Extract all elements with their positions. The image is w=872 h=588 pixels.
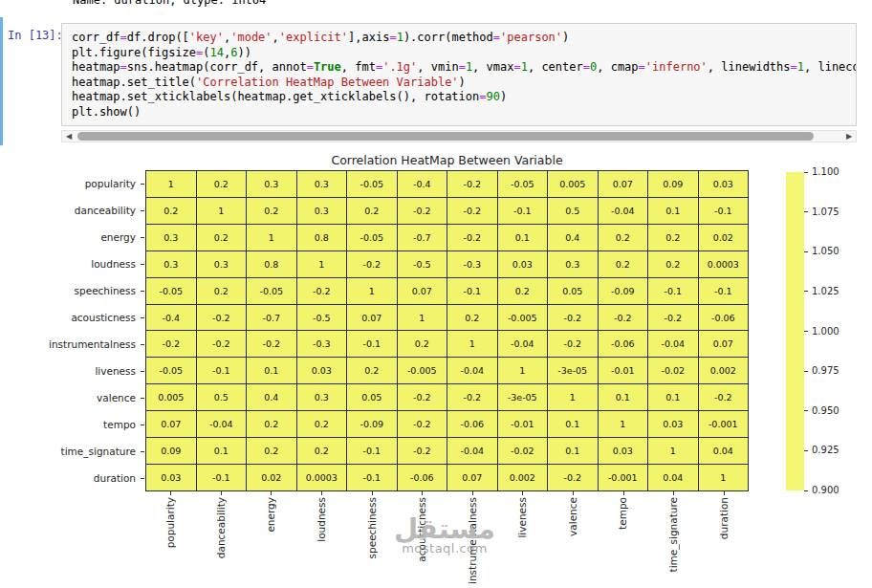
y-axis-tick: [141, 317, 144, 318]
heatmap-cell: -0.5: [297, 305, 347, 331]
heatmap-cell: -0.1: [699, 198, 749, 224]
colorbar-tick: [804, 251, 808, 252]
heatmap-cell: -0.2: [447, 198, 497, 224]
heatmap-cell: 1: [247, 225, 296, 250]
heatmap-cell: 0.002: [498, 465, 548, 490]
colorbar-tick-label: 0.900: [812, 485, 839, 495]
x-tick-label: liveness: [516, 497, 528, 538]
y-tick-label: valence: [0, 384, 140, 411]
x-tick-label: tempo: [617, 497, 628, 530]
heatmap-cell: 0.5: [548, 198, 598, 224]
heatmap-cell: -0.09: [599, 278, 648, 304]
heatmap-cell: 1: [548, 384, 598, 410]
x-axis-tick: [724, 491, 725, 495]
notebook-page: Name: duration, dtype: int64 In [13]: co…: [0, 0, 872, 588]
code-line: plt.figure(figsize=(14,6)): [72, 46, 846, 61]
y-axis-tick: [141, 264, 144, 265]
heatmap-cell: 0.07: [347, 305, 397, 331]
colorbar-tick-label: 1.075: [812, 207, 839, 217]
heatmap-cell: 0.04: [648, 465, 698, 490]
heatmap-cell: 0.09: [648, 171, 698, 197]
heatmap-cell: 0.2: [297, 411, 347, 437]
heatmap-cell: -0.2: [146, 331, 196, 357]
heatmap-cell: -0.04: [498, 331, 548, 357]
y-tick-label: speechiness: [0, 277, 140, 304]
heatmap-cell: 1: [447, 331, 497, 357]
heatmap-cell: -0.04: [648, 331, 698, 357]
heatmap-cell: 0.2: [648, 251, 698, 277]
heatmap-cell: -0.2: [648, 305, 698, 331]
cell-output-text: Name: duration, dtype: int64: [73, 0, 266, 7]
heatmap-cell: -0.1: [197, 358, 247, 383]
y-axis-tick: [141, 291, 144, 292]
x-axis-tick: [321, 491, 322, 495]
heatmap-cell: 0.2: [498, 278, 548, 304]
heatmap-cell: -0.05: [146, 358, 196, 383]
heatmap-cell: 0.3: [146, 251, 196, 277]
y-tick-label: acousticness: [0, 304, 140, 331]
colorbar-tick: [804, 172, 808, 173]
y-axis-tick: [141, 344, 144, 345]
heatmap-cell: -0.2: [548, 305, 598, 331]
heatmap-cell: 0.005: [146, 384, 196, 410]
heatmap-cell: 0.03: [146, 465, 196, 490]
heatmap-cell: 1: [146, 171, 196, 197]
y-axis-tick: [141, 210, 144, 211]
heatmap-cell: 0.3: [297, 198, 347, 224]
colorbar-tick: [804, 450, 808, 451]
code-line: plt.show(): [72, 105, 846, 120]
heatmap-cell: -0.2: [447, 225, 497, 250]
y-axis-tick: [141, 184, 144, 185]
x-axis-tick: [170, 491, 171, 495]
heatmap-cell: -0.1: [498, 198, 548, 224]
heatmap-cell: -0.2: [447, 171, 497, 197]
heatmap-cell: 0.07: [599, 171, 648, 197]
heatmap-cell: 0.1: [648, 198, 698, 224]
heatmap-cell: 0.03: [699, 171, 749, 197]
horizontal-scrollbar[interactable]: ◀ ▶: [61, 130, 857, 142]
heatmap-cell: 0.2: [197, 171, 247, 197]
heatmap-cell: 0.3: [247, 171, 296, 197]
heatmap-cell: 0.8: [297, 225, 347, 250]
heatmap-cell: -0.02: [648, 358, 698, 383]
code-cell[interactable]: corr_df=df.drop(['key','mode','explicit'…: [61, 23, 857, 126]
code-editor[interactable]: corr_df=df.drop(['key','mode','explicit'…: [62, 24, 856, 126]
heatmap-cell: -0.001: [699, 411, 749, 437]
heatmap-cell: -0.1: [347, 331, 397, 357]
heatmap-cell: -0.2: [398, 198, 447, 224]
heatmap-cell: -0.05: [347, 225, 397, 250]
y-axis-tick: [141, 478, 144, 479]
colorbar-tick-label: 1.050: [812, 246, 839, 256]
heatmap-cell: 0.1: [648, 384, 698, 410]
scroll-right-icon[interactable]: ▶: [842, 131, 856, 142]
y-axis-tick: [141, 398, 144, 399]
heatmap-cell: -0.1: [347, 438, 397, 464]
x-axis-tick: [522, 491, 523, 495]
heatmap-cell: 0.2: [648, 225, 698, 250]
heatmap-cell: 0.07: [146, 411, 196, 437]
heatmap-cell: 0.0003: [297, 465, 347, 490]
heatmap-cell: 0.3: [548, 251, 598, 277]
heatmap-cell: 0.3: [297, 384, 347, 410]
heatmap-cell: 0.1: [548, 438, 598, 464]
heatmap-cell: 0.2: [599, 251, 648, 277]
heatmap-cell: -0.1: [347, 465, 397, 490]
x-tick-label: danceability: [215, 497, 227, 558]
y-tick-label: danceability: [0, 197, 140, 224]
heatmap-cell: 0.3: [197, 251, 247, 277]
y-tick-label: instrumentalness: [0, 331, 140, 358]
heatmap-cell: -0.001: [599, 465, 648, 490]
scroll-left-icon[interactable]: ◀: [62, 131, 76, 142]
heatmap-cell: -0.4: [146, 305, 196, 331]
heatmap-cell: 0.1: [197, 438, 247, 464]
x-axis-labels: popularitydanceabilityenergyloudnessspee…: [145, 497, 749, 587]
heatmap-cell: -0.05: [146, 278, 196, 304]
heatmap-cell: -0.04: [447, 438, 497, 464]
heatmap-cell: -0.04: [599, 198, 648, 224]
heatmap-cell: 0.1: [247, 358, 296, 383]
heatmap-cell: -0.4: [398, 171, 447, 197]
scrollbar-thumb[interactable]: [77, 132, 814, 141]
x-axis-tick: [271, 491, 272, 495]
code-line: heatmap.set_xticklabels(heatmap.get_xtic…: [72, 90, 846, 105]
colorbar-tick-label: 0.925: [812, 445, 839, 455]
